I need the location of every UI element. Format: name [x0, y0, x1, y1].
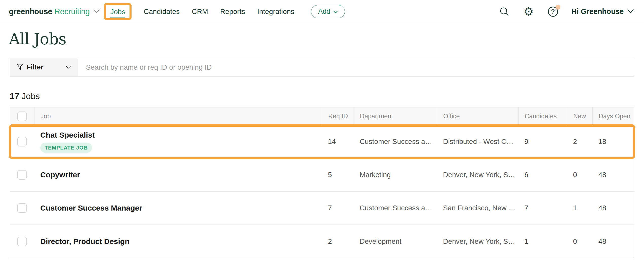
nav-utilities: ⚙ ? Hi Greenhouse [499, 6, 634, 17]
active-tab-highlight: Jobs [104, 3, 132, 20]
filter-button[interactable]: Filter [10, 58, 78, 76]
help-icon[interactable]: ? [547, 6, 559, 17]
chevron-down-icon [333, 8, 338, 15]
cell-department: Marketing [354, 171, 437, 179]
column-header-office[interactable]: Office [437, 113, 460, 120]
cell-candidates: 6 [518, 171, 567, 179]
primary-nav: Jobs Candidates CRM Reports Integrations [104, 3, 294, 20]
column-header-req-id[interactable]: Req ID [322, 113, 348, 120]
nav-item-jobs[interactable]: Jobs [110, 8, 125, 17]
cell-new: 1 [567, 204, 592, 212]
job-title-link[interactable]: Copywriter [40, 171, 322, 179]
cell-req-id: 2 [322, 237, 354, 246]
template-job-badge: TEMPLATE JOB [40, 143, 92, 153]
filter-label: Filter [27, 63, 43, 71]
column-header-department[interactable]: Department [354, 113, 393, 120]
gear-icon[interactable]: ⚙ [523, 6, 535, 17]
cell-candidates: 9 [518, 138, 567, 146]
search-input[interactable] [78, 58, 634, 76]
column-header-new[interactable]: New [567, 113, 586, 120]
chevron-down-icon [93, 9, 100, 14]
cell-office: San Francisco, New … [437, 204, 518, 212]
cell-office: Denver, New York, S… [437, 237, 518, 246]
cell-candidates: 1 [518, 237, 567, 246]
job-title-link[interactable]: Customer Success Manager [40, 204, 322, 212]
cell-new: 0 [567, 171, 592, 179]
table-row[interactable]: Director, Product Design 2 Development D… [10, 225, 634, 258]
table-row[interactable]: Chat Specialist TEMPLATE JOB 14 Customer… [10, 125, 634, 158]
jobs-count-number: 17 [10, 91, 19, 101]
funnel-icon [16, 63, 23, 71]
table-row[interactable]: Customer Success Manager 7 Customer Succ… [10, 192, 634, 225]
cell-req-id: 14 [322, 138, 354, 146]
chevron-down-icon [627, 9, 634, 14]
row-checkbox[interactable] [17, 237, 27, 246]
row-checkbox[interactable] [17, 170, 27, 180]
add-button-label: Add [318, 8, 330, 15]
logo-product: Recruiting [54, 7, 90, 16]
top-nav: greenhouse Recruiting Jobs Candidates CR… [0, 0, 644, 23]
cell-days-open: 18 [592, 138, 634, 146]
cell-days-open: 48 [592, 237, 634, 246]
job-title-link[interactable]: Chat Specialist [40, 131, 322, 139]
cell-department: Customer Success a… [354, 138, 437, 146]
job-title-link[interactable]: Director, Product Design [40, 237, 322, 246]
nav-item-crm[interactable]: CRM [192, 8, 208, 16]
cell-office: Distributed - West C… [437, 138, 518, 146]
chevron-down-icon [65, 65, 71, 70]
jobs-count: 17 Jobs [10, 91, 644, 101]
add-button[interactable]: Add [311, 5, 345, 18]
cell-candidates: 7 [518, 204, 567, 212]
cell-office: Denver, New York, S… [437, 171, 518, 179]
gear-glyph: ⚙ [524, 6, 533, 17]
cell-days-open: 48 [592, 171, 634, 179]
logo[interactable]: greenhouse Recruiting [9, 7, 100, 16]
notification-dot [556, 5, 560, 10]
jobs-count-label: Jobs [22, 91, 40, 101]
app-window: greenhouse Recruiting Jobs Candidates CR… [0, 0, 644, 261]
select-all-checkbox[interactable] [17, 111, 27, 121]
nav-item-integrations[interactable]: Integrations [257, 8, 294, 16]
user-menu[interactable]: Hi Greenhouse [572, 7, 634, 16]
column-header-days-open[interactable]: Days Open [593, 113, 630, 120]
user-name: Hi Greenhouse [572, 7, 624, 16]
column-header-candidates[interactable]: Candidates [519, 113, 557, 120]
cell-department: Development [354, 237, 437, 246]
row-checkbox[interactable] [17, 137, 27, 146]
column-header-job[interactable]: Job [34, 113, 51, 120]
table-header: Job Req ID Department Office Candidates … [10, 107, 634, 125]
page-title: All Jobs [9, 30, 644, 48]
nav-item-reports[interactable]: Reports [220, 8, 245, 16]
cell-req-id: 5 [322, 171, 354, 179]
cell-department: Customer Success a… [354, 204, 437, 212]
main-content: All Jobs Filter 17 Jobs Job [0, 30, 644, 258]
logo-brand: greenhouse [9, 7, 52, 16]
cell-days-open: 48 [592, 204, 634, 212]
cell-req-id: 7 [322, 204, 354, 212]
nav-item-candidates[interactable]: Candidates [144, 8, 180, 16]
row-checkbox[interactable] [17, 203, 27, 213]
table-row[interactable]: Copywriter 5 Marketing Denver, New York,… [10, 158, 634, 192]
cell-new: 2 [567, 138, 592, 146]
cell-new: 0 [567, 237, 592, 246]
filter-bar: Filter [10, 58, 634, 77]
search-icon[interactable] [499, 6, 510, 17]
jobs-table: Job Req ID Department Office Candidates … [10, 107, 634, 258]
